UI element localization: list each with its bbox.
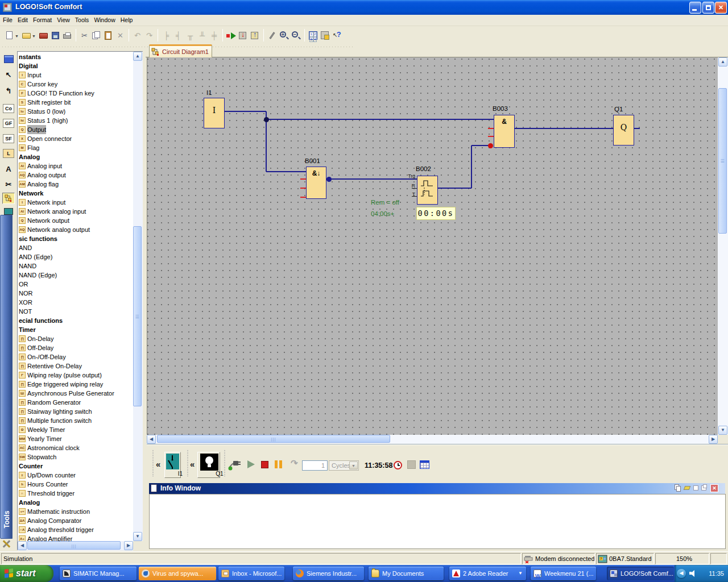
tree-item-multiple-function-switch[interactable]: ∏Multiple function switch [18, 416, 133, 425]
taskbar-item-simatic-manag[interactable]: SIMATIC Manag... [60, 567, 136, 580]
tools-panel-tab[interactable]: Tools [0, 215, 13, 539]
tree-item-nand-edge-[interactable]: NAND (Edge) [18, 271, 133, 280]
block-parameters-icon[interactable] [320, 30, 330, 41]
info-restore-icon[interactable] [700, 484, 708, 492]
tree-item-sic-functions[interactable]: sic functions [18, 234, 133, 243]
taskbar-item-inbox-microsof[interactable]: Inbox - Microsof... [218, 567, 284, 580]
pen-icon[interactable] [267, 30, 278, 41]
tree-item-weekly-timer[interactable]: ΘWeekly Timer [18, 425, 133, 434]
taskbar-item-my-documents[interactable]: My Documents [369, 567, 444, 580]
redo-icon[interactable]: ↷ [144, 30, 155, 41]
diagram-overview-icon[interactable] [2, 53, 15, 65]
start-button[interactable]: start [0, 565, 53, 582]
tree-item-nand[interactable]: NAND [18, 261, 133, 271]
block-b003[interactable]: & [494, 115, 515, 148]
tree-item-analog-amplifier[interactable]: A+Analog Amplifier [18, 534, 133, 541]
tree-item-analog[interactable]: Analog [18, 152, 133, 161]
tree-vertical-scrollbar[interactable]: ▲ ☰ ▼ [133, 52, 143, 541]
split-window-icon[interactable]: 1234 [308, 30, 318, 41]
tree-item-stopwatch[interactable]: SWStopwatch [18, 452, 133, 462]
canvas-scroll-up[interactable]: ▲ [718, 57, 727, 66]
tree-item-status-0-low-[interactable]: loStatus 0 (low) [18, 107, 133, 116]
tab-circuit-diagram[interactable]: Circuit Diagram1 [149, 44, 212, 57]
tree-item-up-down-counter[interactable]: ±Up/Down counter [18, 471, 133, 480]
taskbar-item-weekmenu-21[interactable]: WWeekmenu 21 (... [531, 567, 596, 580]
tree-item-asynchronous-pulse-generator[interactable]: ШAsynchronous Pulse Generator [18, 389, 133, 398]
network-tool-icon[interactable] [2, 192, 15, 205]
value-table-icon[interactable] [420, 460, 429, 469]
app-icon[interactable] [3, 3, 12, 12]
tree-item-flag[interactable]: MFlag [18, 143, 133, 152]
tree-item-open-connector[interactable]: XOpen connector [18, 134, 133, 143]
align-vertical-icon[interactable]: ╞ [161, 30, 172, 41]
distribute-icon[interactable]: ╪ [209, 30, 220, 41]
delete-icon[interactable]: ✕ [115, 30, 126, 41]
circuit-canvas[interactable]: Rem = off 04:00s+ 00:00s II1&↓B001TrgRTB… [147, 57, 718, 435]
canvas-scroll-down[interactable]: ▼ [718, 426, 727, 435]
tree-item-status-1-high-[interactable]: hiStatus 1 (high) [18, 116, 133, 125]
tree-item-off-delay[interactable]: ∏Off-Delay [18, 343, 133, 352]
stop-button[interactable] [261, 461, 268, 468]
block-b002[interactable]: TrgRT [417, 176, 438, 205]
tree-item-and[interactable]: AND [18, 243, 133, 252]
tree-item-yearly-timer[interactable]: MMYearly Timer [18, 434, 133, 443]
tree-item-analog-output[interactable]: AQAnalog output [18, 171, 133, 180]
selection-tool-icon[interactable]: ↖ [2, 68, 15, 81]
tree-item-logo-td-function-key[interactable]: FLOGO! TD Function key [18, 89, 133, 98]
cycles-select[interactable]: Cycles▼ [329, 460, 359, 471]
tree-scroll-up[interactable]: ▲ [133, 52, 142, 61]
collapse-outputs-button[interactable]: « [190, 459, 195, 469]
tree-item-network[interactable]: Network [18, 189, 133, 198]
tree-item-nor[interactable]: NOR [18, 289, 133, 298]
minimize-button[interactable] [689, 2, 701, 14]
cut-icon[interactable]: ✂ [79, 30, 90, 41]
restore-button[interactable] [702, 2, 714, 14]
tree-item-mathematic-instruction[interactable]: +=Mathematic instruction [18, 507, 133, 516]
tree-item-threshold-trigger[interactable]: ∩Threshold trigger [18, 489, 133, 498]
menu-view[interactable]: View [54, 15, 72, 26]
logo-tool-icon[interactable]: L [2, 147, 15, 160]
block-i1[interactable]: I [204, 98, 225, 128]
tree-scroll-down[interactable]: ▼ [133, 532, 142, 541]
save-icon[interactable] [50, 30, 61, 41]
menu-format[interactable]: Format [30, 15, 54, 26]
tree-item-astronomical-clock[interactable]: ACAstronomical clock [18, 443, 133, 452]
zoom-in-icon[interactable]: + [279, 30, 289, 41]
align-horizontal-icon[interactable]: ╡ [173, 30, 184, 41]
cycles-input[interactable]: 1 [302, 460, 328, 471]
tree-item-on-off-delay[interactable]: ∏On-/Off-Delay [18, 352, 133, 361]
block-q1[interactable]: Q [613, 115, 634, 146]
special-functions-tool-icon[interactable]: SF [2, 132, 15, 145]
tree-horizontal-scrollbar[interactable]: ◀ ||| ▶ [18, 541, 133, 551]
paste-icon[interactable] [103, 30, 114, 41]
taskbar-item-virus-and-spywa[interactable]: Virus and spywa... [139, 567, 216, 580]
block-b001[interactable]: &↓ [306, 167, 326, 199]
canvas-scroll-left[interactable]: ◀ [147, 435, 156, 444]
tree-hscroll-thumb[interactable]: ||| [27, 541, 121, 550]
tree-item-nstants[interactable]: nstants [18, 52, 133, 61]
tools-icon[interactable] [1, 539, 11, 549]
constants-tool-icon[interactable]: Co [2, 102, 15, 115]
menu-edit[interactable]: Edit [15, 15, 30, 26]
tree-item-ecial-functions[interactable]: ecial functions [18, 316, 133, 325]
output-q1-button[interactable]: Q1 [197, 452, 220, 478]
cut-connection-tool-icon[interactable]: ✂ [2, 178, 15, 190]
menu-window[interactable]: Window [91, 15, 117, 26]
canvas-horizontal-scrollbar[interactable]: ◀ ||| ▶ [147, 435, 718, 444]
align-top-icon[interactable]: ╥ [185, 30, 196, 41]
copy-icon[interactable] [91, 30, 102, 41]
zoom-out-icon[interactable]: − [291, 30, 301, 41]
tree-item-hours-counter[interactable]: hHours Counter [18, 480, 133, 489]
text-tool-icon[interactable]: A [2, 163, 15, 175]
input-i1-button[interactable]: I1 [164, 452, 181, 478]
canvas-vertical-scrollbar[interactable]: ▲ ☰ ▼ [718, 57, 728, 435]
tree-item-cursor-key[interactable]: CCursor key [18, 80, 133, 89]
pause-button[interactable] [275, 460, 282, 468]
new-file-dropdown-icon[interactable]: ▼ [15, 32, 20, 39]
canvas-hscroll-thumb[interactable]: ||| [157, 435, 390, 443]
collapse-inputs-button[interactable]: « [156, 459, 160, 469]
info-copy-icon[interactable] [674, 484, 682, 492]
tree-item-network-analog-input[interactable]: AINetwork analog input [18, 207, 133, 216]
download-to-device-icon[interactable]: ↓ [238, 30, 249, 41]
taskbar-item-logo-soft-comf[interactable]: LOGO!Soft Comf... [607, 567, 674, 580]
